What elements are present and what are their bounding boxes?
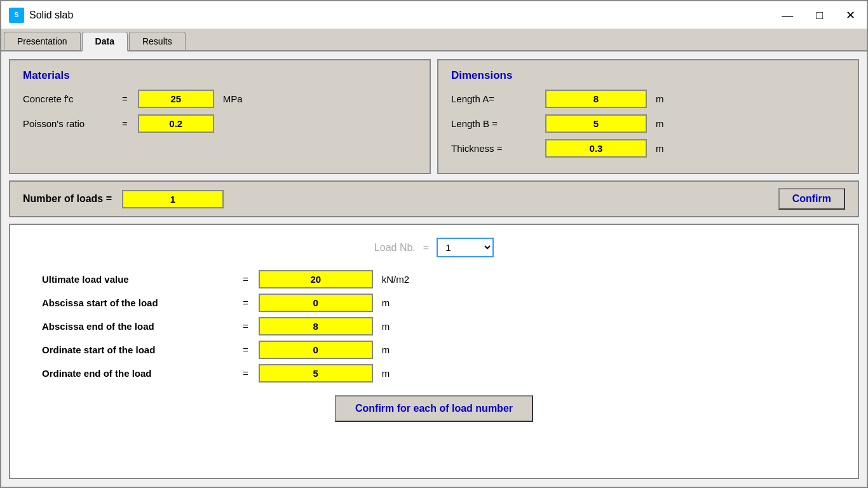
window-title: Solid slab [29, 10, 73, 21]
ord-end-input[interactable] [259, 364, 373, 383]
title-bar-left: S Solid slab [9, 8, 73, 23]
thickness-unit: m [656, 143, 664, 154]
ord-start-input[interactable] [259, 341, 373, 359]
thickness-input[interactable] [545, 139, 647, 158]
concrete-label: Concrete f'c [23, 93, 112, 104]
thickness-label: Thickness = [451, 143, 540, 154]
length-a-unit: m [656, 93, 664, 104]
length-b-row: Length B = m [451, 114, 845, 133]
concrete-row: Concrete f'c = MPa [23, 90, 417, 108]
ord-start-label: Ordinate start of the load [42, 344, 233, 355]
poisson-input[interactable] [138, 114, 214, 133]
concrete-unit: MPa [223, 93, 243, 104]
loads-label: Number of loads = [23, 193, 112, 205]
concrete-equals: = [122, 93, 128, 104]
length-a-input[interactable] [545, 90, 647, 108]
length-b-unit: m [656, 118, 664, 129]
abs-start-unit: m [382, 297, 390, 308]
materials-box: Materials Concrete f'c = MPa Poisson's r… [9, 59, 431, 174]
load-nb-label: Load Nb. [374, 242, 416, 254]
close-button[interactable]: ✕ [842, 8, 859, 22]
confirm-button[interactable]: Confirm [778, 188, 845, 210]
ultimate-load-label: Ultimate load value [42, 274, 233, 285]
ult-equals: = [243, 274, 248, 285]
ultimate-load-input[interactable] [259, 270, 373, 288]
main-window: S Solid slab — □ ✕ Presentation Data Res… [0, 0, 868, 488]
maximize-button[interactable]: □ [812, 8, 827, 22]
title-bar: S Solid slab — □ ✕ [1, 1, 867, 29]
abs-start-equals: = [243, 297, 248, 308]
main-content: Materials Concrete f'c = MPa Poisson's r… [1, 51, 867, 487]
loads-bar: Number of loads = Confirm [9, 180, 859, 217]
load-fields: Ultimate load value = kN/m2 Abscissa sta… [29, 270, 839, 383]
dimensions-box: Dimensions Length A= m Length B = m Thic… [437, 59, 859, 174]
abs-end-row: Abscissa end of the load = m [42, 317, 826, 336]
confirm-load-button[interactable]: Confirm for each of load number [335, 395, 533, 422]
abs-end-input[interactable] [259, 317, 373, 336]
tab-data[interactable]: Data [82, 32, 128, 51]
ultimate-load-row: Ultimate load value = kN/m2 [42, 270, 826, 288]
thickness-row: Thickness = m [451, 139, 845, 158]
poisson-equals: = [122, 118, 128, 129]
tab-results[interactable]: Results [129, 32, 186, 50]
ord-end-label: Ordinate end of the load [42, 368, 233, 379]
length-b-label: Length B = [451, 118, 540, 129]
loads-count-input[interactable] [122, 190, 224, 208]
ord-end-equals: = [243, 368, 248, 379]
tab-bar: Presentation Data Results [1, 29, 867, 51]
length-a-row: Length A= m [451, 90, 845, 108]
ord-start-unit: m [382, 344, 390, 355]
abs-end-equals: = [243, 321, 248, 332]
window-controls: — □ ✕ [778, 8, 859, 22]
ord-start-row: Ordinate start of the load = m [42, 341, 826, 359]
length-a-label: Length A= [451, 93, 540, 104]
length-b-input[interactable] [545, 114, 647, 133]
ord-end-unit: m [382, 368, 390, 379]
abs-end-unit: m [382, 321, 390, 332]
concrete-input[interactable] [138, 90, 214, 108]
poisson-label: Poisson's ratio [23, 118, 112, 129]
tab-presentation[interactable]: Presentation [4, 32, 81, 50]
materials-title: Materials [23, 69, 417, 82]
abs-end-label: Abscissa end of the load [42, 321, 233, 332]
dimensions-title: Dimensions [451, 69, 845, 82]
loads-section: Load Nb. = 1 Ultimate load value = kN/m2… [9, 224, 859, 479]
abs-start-label: Abscissa start of the load [42, 297, 233, 308]
ult-unit: kN/m2 [382, 274, 409, 285]
minimize-button[interactable]: — [778, 8, 797, 22]
load-nb-row: Load Nb. = 1 [29, 238, 839, 257]
ord-start-equals: = [243, 344, 248, 355]
poisson-row: Poisson's ratio = [23, 114, 417, 133]
abs-start-row: Abscissa start of the load = m [42, 294, 826, 312]
top-section: Materials Concrete f'c = MPa Poisson's r… [9, 59, 859, 174]
abs-start-input[interactable] [259, 294, 373, 312]
ord-end-row: Ordinate end of the load = m [42, 364, 826, 383]
app-icon: S [9, 8, 24, 23]
load-nb-select[interactable]: 1 [437, 238, 494, 257]
load-nb-equals: = [423, 242, 429, 254]
